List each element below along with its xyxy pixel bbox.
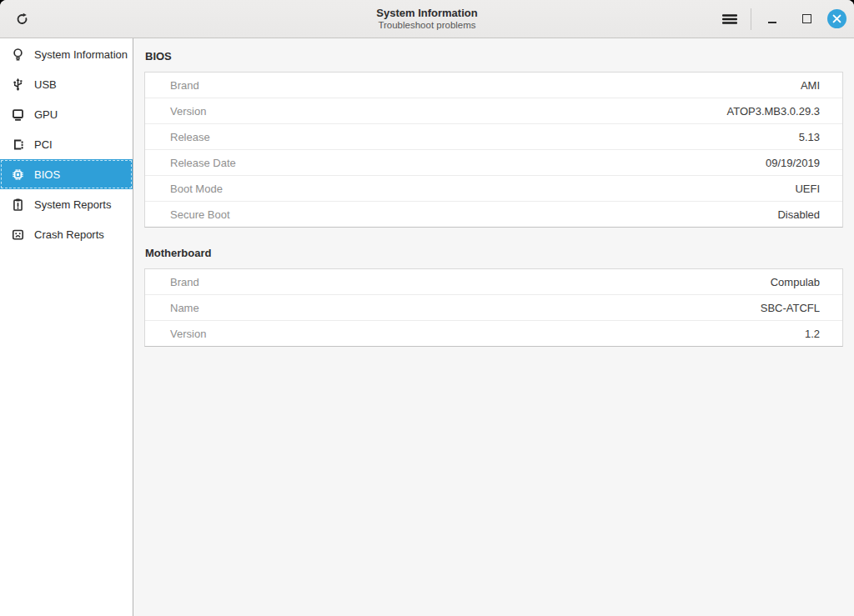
table-row: NameSBC-ATCFL bbox=[145, 295, 842, 321]
sidebar: System InformationUSBGPUPCIBIOSSystem Re… bbox=[0, 38, 133, 616]
table-row: BrandAMI bbox=[145, 73, 842, 98]
sidebar-item-label: System Reports bbox=[34, 198, 111, 211]
clipboard-alert-icon bbox=[10, 197, 25, 212]
section-bios: BIOSBrandAMIVersionATOP3.MB3.0.29.3Relea… bbox=[144, 50, 843, 228]
table-row: Secure BootDisabled bbox=[145, 202, 842, 227]
row-label: Release Date bbox=[145, 157, 236, 169]
row-value: AMI bbox=[801, 79, 842, 92]
sidebar-item-label: Crash Reports bbox=[34, 228, 104, 241]
row-value: ATOP3.MB3.0.29.3 bbox=[726, 105, 842, 118]
window-title: System Information bbox=[376, 7, 477, 19]
close-icon bbox=[832, 14, 841, 23]
hamburger-menu-icon bbox=[721, 13, 738, 26]
sidebar-item-crash-reports[interactable]: Crash Reports bbox=[0, 219, 133, 249]
table-row: Version1.2 bbox=[145, 321, 842, 346]
usb-icon bbox=[10, 77, 25, 92]
row-label: Brand bbox=[145, 276, 199, 288]
table-row: VersionATOP3.MB3.0.29.3 bbox=[145, 98, 842, 124]
sidebar-item-system-information[interactable]: System Information bbox=[0, 39, 133, 69]
sidebar-item-bios[interactable]: BIOS bbox=[0, 159, 133, 189]
minimize-icon bbox=[768, 22, 776, 23]
section-motherboard: MotherboardBrandCompulabNameSBC-ATCFLVer… bbox=[144, 247, 843, 347]
titlebar: System Information Troubleshoot problems bbox=[0, 0, 854, 38]
table-row: Boot ModeUEFI bbox=[145, 176, 842, 202]
sidebar-item-usb[interactable]: USB bbox=[0, 69, 133, 99]
chip-icon bbox=[10, 167, 25, 182]
app-window: System Information Troubleshoot problems bbox=[0, 0, 854, 616]
app-body: System InformationUSBGPUPCIBIOSSystem Re… bbox=[0, 38, 854, 616]
row-label: Secure Boot bbox=[145, 208, 230, 221]
menu-button[interactable] bbox=[716, 6, 743, 33]
sidebar-item-label: GPU bbox=[34, 108, 58, 121]
info-table: BrandAMIVersionATOP3.MB3.0.29.3Release5.… bbox=[144, 72, 843, 228]
row-value: Compulab bbox=[771, 276, 842, 288]
table-row: Release Date09/19/2019 bbox=[145, 150, 842, 176]
table-row: BrandCompulab bbox=[145, 269, 842, 295]
maximize-button[interactable] bbox=[793, 6, 820, 33]
monitor-icon bbox=[10, 107, 25, 122]
maximize-icon bbox=[802, 14, 811, 23]
row-value: Disabled bbox=[777, 208, 842, 221]
row-value: 1.2 bbox=[805, 328, 842, 340]
row-value: UEFI bbox=[795, 183, 842, 195]
refresh-button[interactable] bbox=[8, 6, 35, 33]
refresh-icon bbox=[15, 12, 29, 26]
row-value: SBC-ATCFL bbox=[761, 302, 842, 314]
row-value: 09/19/2019 bbox=[766, 157, 842, 169]
section-title: BIOS bbox=[145, 50, 843, 63]
sidebar-item-label: USB bbox=[34, 78, 57, 91]
info-table: BrandCompulabNameSBC-ATCFLVersion1.2 bbox=[144, 268, 843, 347]
close-button[interactable] bbox=[827, 9, 846, 28]
crash-face-icon bbox=[10, 227, 25, 242]
sidebar-item-pci[interactable]: PCI bbox=[0, 129, 133, 159]
section-title: Motherboard bbox=[145, 247, 843, 259]
titlebar-separator bbox=[751, 8, 751, 30]
row-label: Version bbox=[145, 105, 206, 118]
row-value: 5.13 bbox=[799, 131, 842, 143]
sidebar-item-system-reports[interactable]: System Reports bbox=[0, 189, 133, 219]
window-subtitle: Troubleshoot problems bbox=[378, 19, 475, 31]
pci-card-icon bbox=[10, 137, 25, 152]
row-label: Brand bbox=[145, 79, 199, 92]
row-label: Version bbox=[145, 328, 206, 340]
sidebar-item-label: PCI bbox=[34, 138, 53, 151]
row-label: Name bbox=[145, 302, 199, 314]
lightbulb-icon bbox=[10, 47, 25, 62]
table-row: Release5.13 bbox=[145, 124, 842, 150]
row-label: Release bbox=[145, 131, 210, 143]
row-label: Boot Mode bbox=[145, 183, 223, 195]
minimize-button[interactable] bbox=[759, 6, 786, 33]
sidebar-item-label: BIOS bbox=[34, 168, 60, 181]
content-area: BIOSBrandAMIVersionATOP3.MB3.0.29.3Relea… bbox=[133, 38, 854, 616]
sidebar-item-label: System Information bbox=[34, 48, 128, 61]
sidebar-item-gpu[interactable]: GPU bbox=[0, 99, 133, 129]
